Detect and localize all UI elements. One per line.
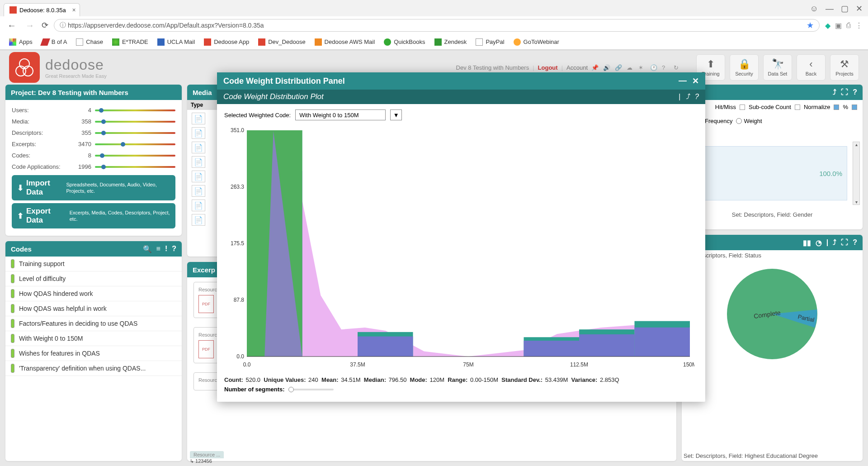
help-icon[interactable]: ? — [695, 93, 699, 101]
tab-close-icon[interactable]: × — [72, 6, 75, 14]
user-avatar-icon[interactable]: ☺ — [810, 4, 818, 14]
code-list-item[interactable]: Level of difficulty — [5, 271, 182, 286]
help-icon[interactable]: ? — [853, 238, 857, 247]
bookmark-item[interactable]: B of A — [38, 37, 71, 48]
bookmark-item[interactable]: Dedoose App — [200, 37, 253, 48]
extension-icon[interactable]: ▣ — [835, 21, 842, 30]
stat-slider[interactable] — [95, 121, 175, 123]
document-icon[interactable]: 📄 — [192, 200, 205, 211]
code-list-item[interactable]: With Weight 0 to 150M — [5, 331, 182, 346]
sound-icon[interactable]: 🔊 — [603, 64, 611, 71]
checkbox-normalize[interactable] — [834, 105, 839, 110]
bookmark-item[interactable]: Dev_Dedoose — [255, 37, 309, 48]
scrollbar[interactable]: ▴▾ — [853, 142, 860, 205]
browser-tab[interactable]: Dedoose: 8.0.35a × — [4, 3, 80, 16]
stat-slider[interactable] — [95, 166, 175, 168]
modal-minimize-icon[interactable]: — — [679, 76, 687, 86]
bookmark-item[interactable]: E*TRADE — [108, 37, 152, 48]
refresh-icon[interactable]: ↻ — [674, 64, 682, 71]
code-list-item[interactable]: Factors/Features in deciding to use QDAS — [5, 316, 182, 331]
chevron-down-icon[interactable]: ▼ — [390, 109, 402, 120]
checkbox-hitmiss[interactable] — [740, 105, 745, 110]
nav-tile-projects[interactable]: ⚒Projects — [830, 54, 859, 81]
upload-icon[interactable]: ⤴ — [686, 93, 689, 101]
bookmark-apps[interactable]: Apps — [5, 37, 36, 48]
bookmark-item[interactable]: GoToWebinar — [510, 37, 563, 48]
document-icon[interactable]: 📄 — [192, 142, 205, 153]
bookmark-item[interactable]: PayPal — [472, 37, 508, 48]
pin-icon[interactable]: 📌 — [591, 64, 599, 71]
bookmark-star-icon[interactable]: ★ — [807, 20, 814, 30]
window-close-icon[interactable]: ✕ — [856, 4, 863, 14]
bookmark-item[interactable]: Zendesk — [431, 37, 471, 48]
stat-slider[interactable] — [95, 132, 175, 134]
app-logo[interactable] — [9, 52, 40, 83]
bookmarks-bar: Apps B of A Chase E*TRADE UCLA Mail Dedo… — [0, 34, 868, 50]
window-maximize-icon[interactable]: ▢ — [841, 4, 849, 14]
stat-slider[interactable] — [95, 155, 175, 157]
help-icon[interactable]: ? — [172, 245, 176, 253]
export-data-button[interactable]: ⬆ Export DataExcerpts, Media, Codes, Des… — [12, 203, 175, 228]
upload-icon[interactable]: ⤴ — [833, 88, 836, 96]
bookmark-item[interactable]: Chase — [72, 37, 107, 48]
code-list-item[interactable]: How QDAS was helpful in work — [5, 301, 182, 316]
checkbox-subcode[interactable] — [795, 105, 800, 110]
document-icon[interactable]: 📄 — [192, 113, 205, 124]
document-icon[interactable]: 📄 — [192, 171, 205, 182]
extension-icon[interactable]: ◆ — [825, 21, 830, 30]
link-icon[interactable]: 🔗 — [615, 64, 623, 71]
code-list-item[interactable]: Training support — [5, 257, 182, 271]
upload-icon[interactable]: ⤴ — [833, 238, 836, 247]
code-list-item[interactable]: Wishes for features in QDAS — [5, 346, 182, 361]
nav-tile-security[interactable]: 🔒Security — [730, 54, 759, 81]
codes-panel: Codes 🔍 ≡ ! ? Training supportLevel of d… — [5, 241, 182, 461]
stat-slider[interactable] — [95, 109, 175, 111]
segments-slider[interactable] — [288, 389, 334, 390]
help-icon[interactable]: ? — [853, 88, 857, 96]
svg-rect-8 — [579, 334, 635, 357]
bookmark-item[interactable]: Dedoose AWS Mail — [311, 37, 379, 48]
logout-link[interactable]: Logout — [538, 64, 558, 71]
modal-title-bar[interactable]: Code Weight Distribution Panel — ✕ — [217, 72, 705, 90]
nav-tile-dataset[interactable]: 🔭Data Set — [763, 54, 792, 81]
pie-chart-icon[interactable]: ◔ — [816, 238, 822, 247]
modal-close-icon[interactable]: ✕ — [692, 76, 699, 86]
document-icon[interactable]: 📄 — [192, 214, 205, 226]
account-link[interactable]: Account — [566, 64, 588, 71]
document-icon[interactable]: 📄 — [192, 127, 205, 139]
clock-icon[interactable]: 🕐 — [650, 64, 658, 71]
site-info-icon[interactable]: ⓘ — [60, 21, 66, 29]
segments-label: Number of segments: — [224, 386, 285, 393]
filter-icon[interactable]: ≡ — [156, 245, 160, 253]
browser-reload-icon[interactable]: ⟳ — [42, 20, 48, 30]
import-data-button[interactable]: ⬇ Import DataSpreadsheets, Documents, Au… — [12, 175, 175, 200]
bookmark-item[interactable]: UCLA Mail — [154, 37, 198, 48]
code-list-item[interactable]: 'Transparency' definition when using QDA… — [5, 361, 182, 376]
alert-icon[interactable]: ! — [165, 245, 167, 253]
weighted-code-select[interactable]: With Weight 0 to 150M — [295, 109, 386, 120]
expand-icon[interactable]: ⛶ — [841, 88, 848, 96]
document-icon[interactable]: 📄 — [192, 185, 205, 197]
browser-menu-icon[interactable]: ⋮ — [855, 21, 863, 30]
divider: | — [826, 238, 828, 247]
help-icon[interactable]: ? — [662, 64, 670, 71]
code-color-swatch — [11, 319, 14, 328]
expand-icon[interactable]: ⛶ — [841, 238, 848, 247]
window-minimize-icon[interactable]: — — [826, 4, 834, 14]
pie-header-caption: Set: Descriptors, Field: Status — [682, 250, 863, 261]
search-icon[interactable]: 🔍 — [143, 245, 152, 253]
checkbox-percent[interactable] — [852, 105, 857, 110]
url-input[interactable]: ⓘ https://appserverdev.dedoose.com/App/D… — [54, 19, 820, 32]
bookmark-item[interactable]: QuickBooks — [380, 37, 429, 48]
code-list-item[interactable]: How QDAS hindered work — [5, 286, 182, 301]
browser-back-icon[interactable]: ← — [5, 19, 18, 33]
radio-weight[interactable]: Weight — [736, 118, 762, 124]
bar-chart-icon[interactable]: ▮▮ — [803, 238, 811, 247]
nav-tile-back[interactable]: ‹Back — [797, 54, 826, 81]
svg-text:87.8: 87.8 — [234, 297, 245, 303]
document-icon[interactable]: 📄 — [192, 156, 205, 168]
extension-icon[interactable]: ⎙ — [846, 21, 851, 30]
cloud-icon[interactable]: ☁ — [627, 64, 635, 71]
star-icon[interactable]: ✶ — [638, 64, 646, 71]
stat-slider[interactable] — [95, 143, 175, 145]
